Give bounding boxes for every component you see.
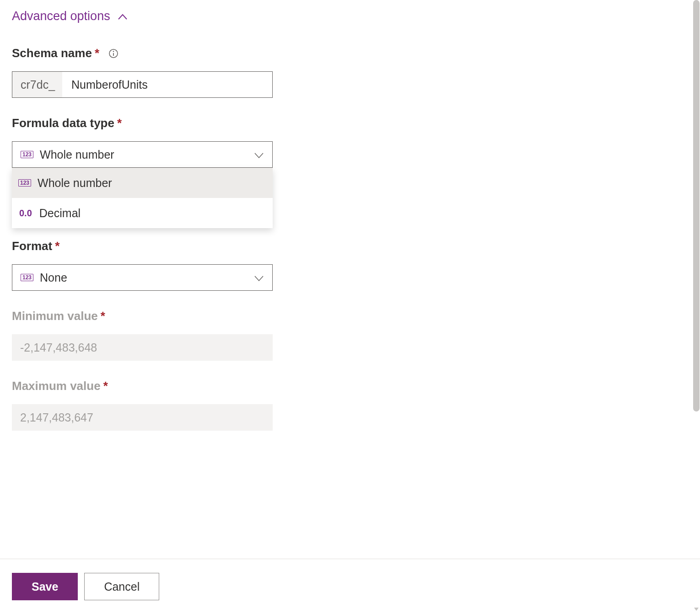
required-indicator: * — [117, 116, 122, 130]
info-icon[interactable] — [108, 48, 118, 59]
field-minimum-value: Minimum value * -2,147,483,648 — [12, 309, 688, 361]
decimal-icon: 0.0 — [18, 208, 33, 219]
formula-data-type-label: Formula data type * — [12, 116, 688, 130]
advanced-options-toggle[interactable]: Advanced options — [12, 9, 127, 23]
field-formula-data-type: Formula data type * 123 Whole number 123… — [12, 116, 688, 168]
required-indicator: * — [55, 239, 59, 253]
formula-data-type-select[interactable]: 123 Whole number — [12, 141, 273, 168]
format-select[interactable]: 123 None — [12, 264, 273, 291]
required-indicator: * — [95, 46, 99, 60]
field-schema-name: Schema name * cr7dc_ — [12, 46, 688, 98]
footer: Save Cancel — [0, 559, 700, 614]
required-indicator: * — [101, 309, 105, 323]
whole-number-icon: 123 — [21, 274, 33, 281]
whole-number-icon: 123 — [18, 179, 31, 187]
option-label: Decimal — [39, 207, 81, 220]
save-button[interactable]: Save — [12, 573, 78, 600]
schema-name-input-row: cr7dc_ — [12, 71, 273, 98]
option-decimal[interactable]: 0.0 Decimal — [12, 198, 273, 228]
advanced-options-label: Advanced options — [12, 9, 110, 23]
scrollbar-track[interactable] — [693, 0, 700, 614]
minimum-value-input: -2,147,483,648 — [12, 334, 273, 361]
svg-point-2 — [113, 51, 114, 52]
chevron-down-icon — [254, 148, 264, 161]
whole-number-icon: 123 — [21, 151, 33, 158]
schema-name-label: Schema name * — [12, 46, 688, 60]
chevron-down-icon — [254, 271, 264, 284]
cancel-button[interactable]: Cancel — [84, 573, 159, 600]
scrollbar-thumb[interactable] — [693, 0, 700, 411]
chevron-up-icon — [118, 14, 127, 19]
format-label: Format * — [12, 239, 688, 253]
minimum-value-label: Minimum value * — [12, 309, 688, 323]
scroll-down-icon[interactable] — [693, 606, 700, 612]
option-whole-number[interactable]: 123 Whole number — [12, 168, 273, 198]
schema-name-prefix: cr7dc_ — [12, 72, 62, 97]
formula-data-type-dropdown: 123 Whole number 0.0 Decimal — [12, 168, 273, 228]
option-label: Whole number — [38, 176, 112, 190]
format-value: None — [40, 271, 67, 284]
maximum-value-input: 2,147,483,647 — [12, 404, 273, 431]
maximum-value-label: Maximum value * — [12, 379, 688, 393]
svg-marker-3 — [694, 608, 699, 611]
schema-name-input[interactable] — [62, 72, 272, 97]
required-indicator: * — [103, 379, 108, 393]
formula-data-type-value: Whole number — [40, 148, 114, 161]
field-maximum-value: Maximum value * 2,147,483,647 — [12, 379, 688, 431]
field-format: Format * 123 None — [12, 239, 688, 291]
